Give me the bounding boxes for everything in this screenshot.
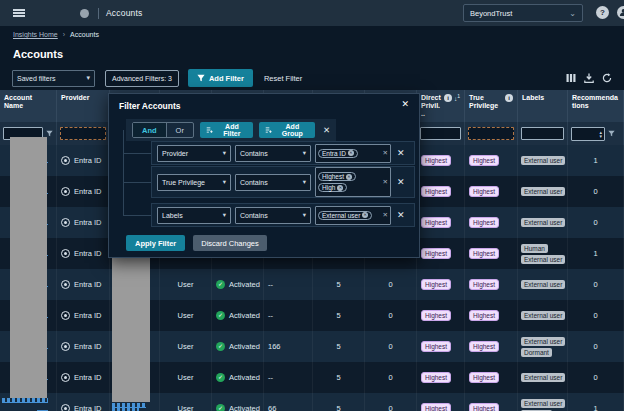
breadcrumb-current: Accounts	[70, 31, 99, 38]
remove-condition-icon[interactable]: ✕	[397, 177, 405, 187]
filter-icon[interactable]	[608, 130, 615, 137]
operator-select[interactable]: Contains ▾	[235, 207, 311, 224]
value-field[interactable]: Entra ID ✕ ✕	[315, 144, 391, 163]
clear-values-icon[interactable]: ✕	[383, 178, 388, 186]
col-header-account-name[interactable]: Account Name	[0, 90, 57, 122]
chip-remove-icon[interactable]: ✕	[346, 174, 352, 180]
cell-true-privilege: Highest	[465, 269, 518, 300]
direct-privilege-filter-input[interactable]	[420, 127, 461, 140]
field-select[interactable]: True Privilege ▾	[157, 174, 231, 191]
table-row[interactable]: Entra IDUser✓Activated--50HighestHighest…	[0, 300, 624, 331]
remove-condition-icon[interactable]: ✕	[397, 148, 405, 158]
filter-condition-row: True Privilege ▾ Contains ▾ Highest ✕ Hi…	[151, 166, 415, 198]
provider-filter-input[interactable]	[60, 127, 106, 140]
add-filter-button[interactable]: Add Filter	[188, 69, 253, 87]
cell-direct-privilege: Highest	[417, 362, 465, 393]
cell-count: 0	[365, 362, 417, 393]
field-select[interactable]: Labels ▾	[157, 207, 231, 224]
cell-direct-privilege: Highest	[417, 269, 465, 300]
cell-recommendations: 1	[568, 238, 624, 269]
operator-or-button[interactable]: Or	[166, 123, 193, 137]
filter-icon[interactable]	[46, 130, 53, 137]
remove-condition-icon[interactable]: ✕	[397, 210, 405, 220]
cell-direct-privilege: Highest	[417, 145, 465, 176]
true-privilege-filter-input[interactable]	[468, 127, 514, 140]
entra-id-icon	[61, 342, 70, 351]
profile-icon[interactable]	[617, 6, 624, 19]
download-icon[interactable]	[584, 73, 594, 83]
table-row[interactable]: Entra IDUser✓Activated6650HighestHighest…	[0, 393, 624, 411]
status-label: Activated	[229, 311, 260, 320]
cell-status: ✓Activated	[212, 331, 264, 362]
help-icon[interactable]: ?	[596, 6, 609, 19]
person-icon	[619, 8, 624, 17]
filter-group-header: And Or Add Filter Add Group ✕	[126, 119, 336, 141]
entra-id-icon	[61, 280, 70, 289]
value-chip: Highest ✕	[318, 172, 356, 181]
clear-values-icon[interactable]: ✕	[383, 211, 388, 219]
cell-type: User	[160, 362, 212, 393]
privilege-badge: Highest	[421, 310, 451, 321]
filter-cell-true-privilege	[465, 122, 518, 145]
columns-icon[interactable]	[566, 73, 576, 83]
status-label: Activated	[229, 280, 260, 289]
info-icon[interactable]: i	[505, 94, 513, 102]
dialog-add-group-button[interactable]: Add Group	[259, 122, 315, 138]
topbar-title: Accounts	[106, 8, 143, 18]
value-field[interactable]: Highest ✕ High ✕ ✕	[315, 167, 391, 197]
label-badge: External user	[521, 280, 565, 289]
chip-remove-icon[interactable]: ✕	[337, 185, 343, 191]
chip-remove-icon[interactable]: ✕	[348, 150, 354, 156]
col-header-direct-privilege[interactable]: Direct Privil... i ↓1	[417, 90, 465, 122]
beyondtrust-logo	[80, 9, 89, 18]
menu-icon[interactable]	[13, 9, 25, 17]
discard-changes-button[interactable]: Discard Changes	[193, 235, 267, 251]
info-icon[interactable]: i	[444, 94, 452, 102]
recommendations-stepper[interactable]: ▴▾	[571, 127, 605, 141]
org-selector[interactable]: BeyondTrust ⌄	[463, 4, 583, 22]
close-icon[interactable]: ✕	[401, 99, 409, 109]
refresh-icon[interactable]	[602, 73, 612, 83]
privilege-badge: Highest	[421, 155, 451, 166]
cell-labels: External user	[518, 145, 568, 176]
operator-select[interactable]: Contains ▾	[235, 174, 311, 191]
entra-id-icon	[61, 311, 70, 320]
provider-label: Entra ID	[74, 187, 102, 196]
filter-icon	[197, 74, 205, 82]
cell-count: 0	[365, 331, 417, 362]
value-field[interactable]: External user ✕ ✕	[315, 206, 391, 225]
labels-filter-input[interactable]	[521, 127, 564, 140]
field-select[interactable]: Provider ▾	[157, 145, 231, 162]
col-header-recommendations[interactable]: Recommendations	[568, 90, 624, 122]
saved-filters-select[interactable]: Saved filters ▾	[12, 70, 95, 87]
cell-true-privilege: Highest	[465, 362, 518, 393]
status-check-icon: ✓	[216, 280, 225, 289]
entra-id-icon	[61, 373, 70, 382]
filter-cell-direct-privilege	[417, 122, 465, 145]
table-row[interactable]: Entra IDUser✓Activated--50HighestHighest…	[0, 362, 624, 393]
clear-values-icon[interactable]: ✕	[383, 149, 388, 157]
reset-filter-button[interactable]: Reset Filter	[264, 74, 302, 83]
col-header-true-privilege[interactable]: True Privilege i	[465, 90, 518, 122]
dialog-add-filter-button[interactable]: Add Filter	[200, 122, 253, 138]
value-chip: External user ✕	[318, 211, 372, 220]
chip-remove-icon[interactable]: ✕	[362, 212, 368, 218]
advanced-filters-button[interactable]: Advanced Filters: 3	[105, 70, 179, 87]
table-row[interactable]: Entra IDUser✓Activated--50HighestHighest…	[0, 269, 624, 300]
value-chip: Entra ID ✕	[318, 149, 358, 158]
label-badge: Dormant	[521, 348, 552, 357]
operator-select[interactable]: Contains ▾	[235, 145, 311, 162]
cell-type: User	[160, 393, 212, 411]
status-label: Activated	[229, 342, 260, 351]
stepper-arrows[interactable]: ▴▾	[599, 130, 602, 138]
filter-condition-row: Labels ▾ Contains ▾ External user ✕ ✕ ✕	[151, 203, 415, 227]
apply-filter-button[interactable]: Apply Filter	[126, 235, 185, 251]
breadcrumb-home-link[interactable]: Insights Home	[13, 31, 58, 38]
cell-provider: Entra ID	[57, 207, 110, 238]
cell-labels: External user	[518, 207, 568, 238]
table-row[interactable]: Entra IDUser✓Activated16650HighestHighes…	[0, 331, 624, 362]
col-header-labels[interactable]: Labels	[518, 90, 568, 122]
operator-and-button[interactable]: And	[133, 123, 166, 137]
col-header-provider[interactable]: Provider	[57, 90, 110, 122]
remove-group-icon[interactable]: ✕	[323, 125, 330, 135]
